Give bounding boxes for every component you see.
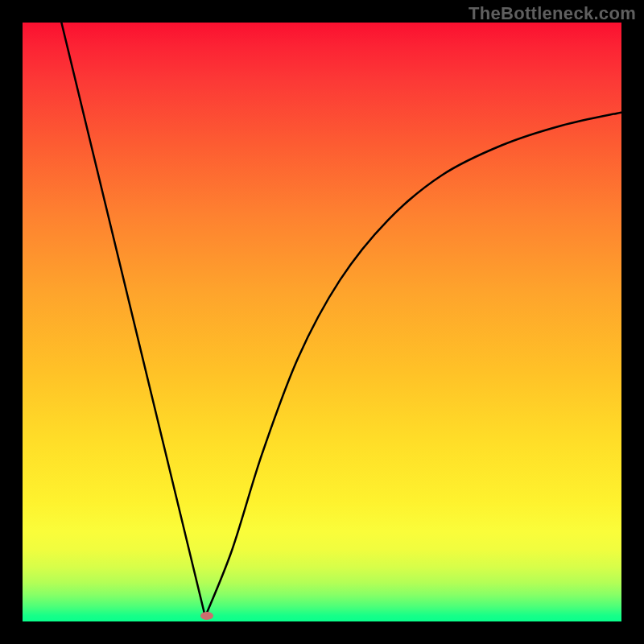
curve-svg xyxy=(23,23,621,621)
curve-right-segment xyxy=(205,113,621,617)
curve-left-segment xyxy=(61,23,205,617)
plot-area xyxy=(23,23,621,621)
minimum-marker xyxy=(200,612,213,620)
chart-frame: TheBottleneck.com xyxy=(0,0,644,644)
watermark-text: TheBottleneck.com xyxy=(469,3,636,24)
